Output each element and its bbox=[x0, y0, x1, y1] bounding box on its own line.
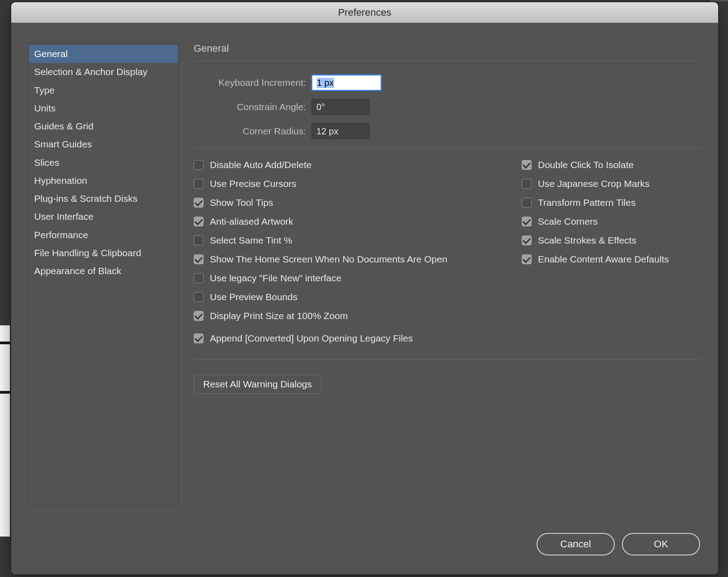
sidebar-item-label: Appearance of Black bbox=[34, 266, 121, 276]
checkbox-label: Display Print Size at 100% Zoom bbox=[210, 311, 348, 321]
sidebar-item-units[interactable]: Units bbox=[29, 99, 178, 117]
checkbox-icon bbox=[194, 292, 204, 302]
dialog-title: Preferences bbox=[338, 7, 391, 18]
checkbox-label: Use Japanese Crop Marks bbox=[538, 178, 650, 189]
panel-title: General bbox=[194, 43, 701, 61]
reset-all-warning-dialogs-button[interactable]: Reset All Warning Dialogs bbox=[194, 375, 321, 394]
checkbox-label: Enable Content Aware Defaults bbox=[538, 254, 669, 265]
check-show-home-screen[interactable]: Show The Home Screen When No Documents A… bbox=[194, 254, 508, 265]
sidebar-item-label: Smart Guides bbox=[34, 139, 92, 149]
sidebar-item-label: Selection & Anchor Display bbox=[34, 67, 147, 77]
background-fragment-line bbox=[0, 391, 10, 394]
checkbox-icon bbox=[194, 179, 204, 189]
button-label: OK bbox=[654, 538, 668, 550]
check-append-converted[interactable]: Append [Converted] Upon Opening Legacy F… bbox=[194, 333, 508, 344]
checkbox-label: Use Precise Cursors bbox=[210, 178, 297, 189]
checkbox-label: Append [Converted] Upon Opening Legacy F… bbox=[210, 333, 413, 344]
sidebar-item-label: Slices bbox=[34, 157, 59, 168]
sidebar-item-label: Hyphenation bbox=[34, 175, 87, 186]
checkbox-label: Anti-aliased Artwork bbox=[210, 216, 293, 227]
sidebar-item-hyphenation[interactable]: Hyphenation bbox=[29, 172, 178, 190]
form-fields: Keyboard Increment: Constrain Angle: Cor… bbox=[194, 75, 427, 139]
preferences-panel: General Keyboard Increment: Constrain An… bbox=[194, 43, 701, 561]
sidebar-item-selection-anchor-display[interactable]: Selection & Anchor Display bbox=[29, 63, 178, 81]
checkbox-label: Show Tool Tips bbox=[210, 197, 273, 208]
check-show-tool-tips[interactable]: Show Tool Tips bbox=[194, 197, 508, 208]
sidebar-item-performance[interactable]: Performance bbox=[29, 226, 178, 244]
check-double-click-to-isolate[interactable]: Double Click To Isolate bbox=[522, 160, 669, 170]
dialog-titlebar: Preferences bbox=[11, 2, 718, 23]
preferences-category-list: General Selection & Anchor Display Type … bbox=[28, 43, 178, 506]
check-use-precise-cursors[interactable]: Use Precise Cursors bbox=[194, 178, 508, 189]
sidebar-item-label: File Handling & Clipboard bbox=[34, 248, 141, 258]
sidebar-item-guides-grid[interactable]: Guides & Grid bbox=[29, 117, 178, 135]
check-disable-auto-add-delete[interactable]: Disable Auto Add/Delete bbox=[194, 160, 508, 170]
check-select-same-tint[interactable]: Select Same Tint % bbox=[194, 235, 508, 246]
checkbox-label: Select Same Tint % bbox=[210, 235, 292, 246]
checkbox-label: Use Preview Bounds bbox=[210, 292, 297, 302]
sidebar-item-type[interactable]: Type bbox=[29, 81, 178, 99]
checkbox-icon bbox=[522, 235, 532, 245]
check-anti-aliased-artwork[interactable]: Anti-aliased Artwork bbox=[194, 216, 508, 227]
check-enable-content-aware-defaults[interactable]: Enable Content Aware Defaults bbox=[522, 254, 669, 265]
sidebar-item-user-interface[interactable]: User Interface bbox=[29, 208, 178, 226]
corner-radius-label: Corner Radius: bbox=[194, 126, 306, 137]
checkbox-icon bbox=[194, 235, 204, 245]
sidebar-item-label: User Interface bbox=[34, 211, 93, 222]
divider bbox=[194, 359, 701, 360]
sidebar-item-plugins-scratch-disks[interactable]: Plug-ins & Scratch Disks bbox=[29, 190, 178, 208]
sidebar-item-label: Units bbox=[34, 103, 56, 113]
checkbox-label: Show The Home Screen When No Documents A… bbox=[210, 254, 447, 265]
ok-button[interactable]: OK bbox=[622, 533, 700, 555]
button-label: Cancel bbox=[560, 538, 591, 550]
checkbox-icon bbox=[522, 254, 532, 264]
check-display-print-size-100[interactable]: Display Print Size at 100% Zoom bbox=[194, 311, 508, 321]
sidebar-item-label: General bbox=[34, 49, 68, 59]
corner-radius-input[interactable] bbox=[311, 123, 370, 139]
cancel-button[interactable]: Cancel bbox=[537, 533, 615, 555]
button-label: Reset All Warning Dialogs bbox=[203, 379, 312, 389]
dialog-content: General Selection & Anchor Display Type … bbox=[11, 23, 718, 574]
sidebar-item-general[interactable]: General bbox=[29, 45, 178, 63]
checkbox-icon bbox=[194, 273, 204, 283]
checkbox-icon bbox=[194, 160, 204, 170]
checkbox-icon bbox=[522, 198, 532, 208]
check-scale-corners[interactable]: Scale Corners bbox=[522, 216, 669, 227]
sidebar-item-appearance-of-black[interactable]: Appearance of Black bbox=[29, 262, 178, 280]
constrain-angle-label: Constrain Angle: bbox=[194, 102, 306, 112]
checkbox-area: Disable Auto Add/Delete Use Precise Curs… bbox=[194, 160, 701, 344]
checkbox-icon bbox=[194, 254, 204, 264]
divider bbox=[194, 147, 701, 148]
checkbox-label: Use legacy "File New" interface bbox=[210, 273, 342, 284]
checkbox-icon bbox=[522, 179, 532, 189]
checkbox-icon bbox=[194, 311, 204, 321]
checkbox-label: Disable Auto Add/Delete bbox=[210, 160, 312, 170]
checkbox-label: Transform Pattern Tiles bbox=[538, 197, 635, 208]
sidebar-item-label: Plug-ins & Scratch Disks bbox=[34, 193, 138, 204]
background-fragment bbox=[0, 325, 10, 537]
sidebar-item-label: Type bbox=[34, 85, 55, 95]
checkbox-icon bbox=[194, 198, 204, 208]
sidebar-item-smart-guides[interactable]: Smart Guides bbox=[29, 135, 178, 153]
check-transform-pattern-tiles[interactable]: Transform Pattern Tiles bbox=[522, 197, 669, 208]
keyboard-increment-input[interactable] bbox=[311, 75, 382, 91]
checkbox-label: Scale Strokes & Effects bbox=[538, 235, 636, 246]
sidebar-item-slices[interactable]: Slices bbox=[29, 154, 178, 172]
sidebar-item-file-handling-clipboard[interactable]: File Handling & Clipboard bbox=[29, 244, 178, 262]
checkbox-icon bbox=[194, 217, 204, 226]
check-use-legacy-file-new[interactable]: Use legacy "File New" interface bbox=[194, 273, 508, 284]
keyboard-increment-label: Keyboard Increment: bbox=[194, 77, 306, 88]
checkbox-icon bbox=[194, 333, 204, 343]
sidebar-item-label: Performance bbox=[34, 230, 88, 240]
dialog-footer: Cancel OK bbox=[537, 533, 700, 555]
checkbox-label: Double Click To Isolate bbox=[538, 160, 634, 170]
check-scale-strokes-effects[interactable]: Scale Strokes & Effects bbox=[522, 235, 669, 246]
check-use-japanese-crop-marks[interactable]: Use Japanese Crop Marks bbox=[522, 178, 669, 189]
check-use-preview-bounds[interactable]: Use Preview Bounds bbox=[194, 292, 508, 302]
checkbox-column-left: Disable Auto Add/Delete Use Precise Curs… bbox=[194, 160, 508, 344]
constrain-angle-input[interactable] bbox=[311, 99, 370, 115]
checkbox-icon bbox=[522, 217, 532, 226]
checkbox-label: Scale Corners bbox=[538, 216, 598, 227]
preferences-dialog: Preferences General Selection & Anchor D… bbox=[11, 2, 719, 575]
checkbox-icon bbox=[522, 160, 532, 170]
